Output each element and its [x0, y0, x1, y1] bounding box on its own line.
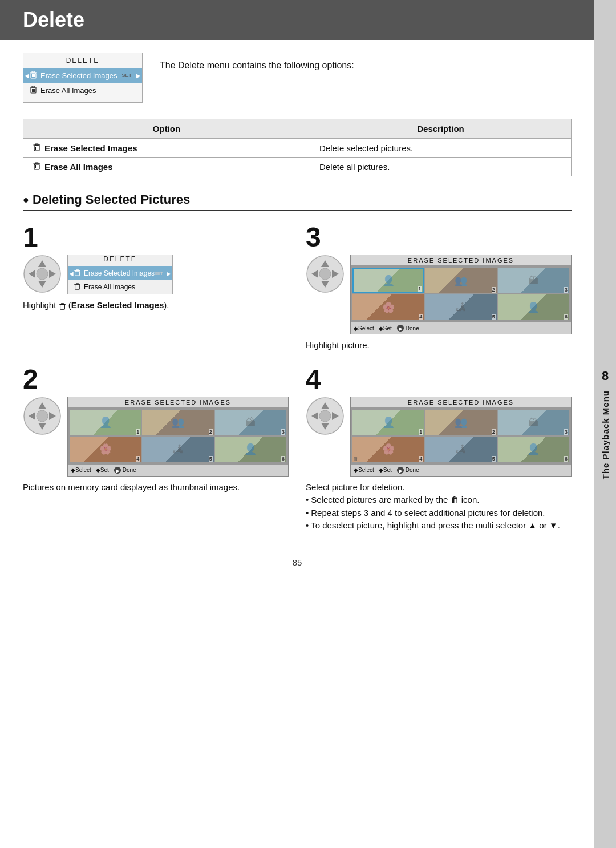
- svg-rect-30: [75, 271, 80, 276]
- thumb-3: 🏔 3: [498, 268, 569, 293]
- step-3-content: ERASE SELECTED IMAGES 👤 1 👥 2 🏔 3: [306, 255, 572, 334]
- step-number-1: 1: [23, 224, 289, 251]
- step-number-2: 2: [23, 366, 289, 393]
- svg-rect-8: [32, 86, 35, 87]
- thumb-s4-4: 🌸 🗑 4: [352, 437, 424, 462]
- col-option-header: Option: [23, 119, 310, 139]
- thumb-s4-6: 👤 6: [498, 437, 569, 462]
- screen-footer-step2: ◆Select ◆Set ▶ Done: [68, 464, 288, 476]
- screen-footer-step3: ◆Select ◆Set ▶ Done: [351, 322, 571, 334]
- svg-rect-32: [76, 270, 78, 271]
- table-row: Erase Selected Images Delete selected pi…: [23, 139, 572, 158]
- menu-item-erase-all: Erase All Images: [23, 83, 142, 98]
- table-cell-desc-2: Delete all pictures.: [310, 158, 571, 176]
- step-2-content: ERASE SELECTED IMAGES 👤 1 👥 2 🏔 3: [23, 397, 289, 477]
- erase-screen-step4: ERASE SELECTED IMAGES 👤 1 👥 2 🏔 3: [350, 397, 572, 477]
- svg-point-60: [319, 410, 331, 422]
- step-4-content: ERASE SELECTED IMAGES 👤 1 👥 2 🏔 3: [306, 397, 572, 477]
- chapter-number: 8: [602, 369, 609, 383]
- bullet-2: Repeat steps 3 and 4 to select additiona…: [306, 507, 572, 520]
- dpad-2: [23, 397, 62, 435]
- option-label-1: Erase Selected Images: [44, 143, 137, 153]
- side-tab: 8 The Playback Menu: [594, 0, 616, 848]
- step-2-caption: Pictures on memory card displayed as thu…: [23, 481, 289, 494]
- trash-icon-step1b: [74, 282, 81, 292]
- thumb-2: 👥 2: [425, 268, 496, 293]
- thumb-5: 🏞 5: [425, 294, 496, 320]
- thumb-s4-1: 👤 1: [352, 410, 424, 435]
- screen-title-step3: ERASE SELECTED IMAGES: [351, 255, 571, 266]
- svg-text:▶: ▶: [115, 467, 119, 473]
- thumb-s2-2: 👥 2: [142, 410, 213, 435]
- svg-text:▶: ▶: [398, 326, 402, 332]
- footer-done-3: ▶ Done: [396, 324, 419, 332]
- step-3: 3 ERASE SELECTED IMAGES: [306, 224, 572, 352]
- thumb-s2-3: 🏔 3: [215, 410, 286, 435]
- footer-done-2: ▶ Done: [114, 466, 136, 474]
- set-label-step1: SET: [154, 271, 163, 276]
- screen-footer-step4: ◆Select ◆Set ▶ Done: [351, 464, 571, 476]
- delete-menu-step1: DELETE Erase Selected Images SET Erase A…: [67, 255, 173, 294]
- steps-grid: 1: [23, 224, 572, 546]
- section-heading: Deleting Selected Pictures: [23, 192, 572, 211]
- menu-item-step1-selected: Erase Selected Images SET: [68, 266, 172, 280]
- step-1: 1: [23, 224, 289, 352]
- svg-rect-35: [76, 284, 78, 285]
- thumb-s4-2: 👥 2: [425, 410, 496, 435]
- delete-menu-illustration: DELETE Erase Selected Images SET Erase A…: [23, 53, 143, 103]
- menu-label-erase-selected: Erase Selected Images: [40, 71, 117, 80]
- footer-done-4: ▶ Done: [396, 466, 419, 474]
- step-2: 2 ERASE SELECTED IMAGES: [23, 366, 289, 532]
- bullet-1: Selected pictures are marked by the 🗑 ic…: [306, 494, 572, 507]
- thumb-6: 👤 6: [498, 294, 569, 320]
- menu-title-step1: DELETE: [68, 255, 172, 263]
- footer-select-4: ◆Select: [354, 467, 374, 473]
- title-bar: Delete: [0, 0, 594, 40]
- thumb-s2-4: 🌸 4: [70, 437, 141, 462]
- svg-rect-36: [60, 305, 64, 309]
- erase-screen-step3: ERASE SELECTED IMAGES 👤 1 👥 2 🏔 3: [350, 255, 572, 334]
- step-4-main-caption: Select picture for deletion.: [306, 482, 404, 492]
- table-cell-option-2: Erase All Images: [23, 158, 310, 176]
- top-section: DELETE Erase Selected Images SET Erase A…: [23, 53, 572, 103]
- table-cell-option-1: Erase Selected Images: [23, 139, 310, 158]
- svg-point-44: [319, 268, 331, 280]
- thumb-4: 🌸 4: [352, 294, 424, 320]
- description-text: The Delete menu contains the following o…: [160, 53, 572, 73]
- table-cell-desc-1: Delete selected pictures.: [310, 139, 571, 158]
- dpad-3: [306, 255, 345, 293]
- thumb-1: 👤 1: [352, 268, 424, 293]
- dpad-1: [23, 255, 62, 293]
- menu-box-title: DELETE: [23, 56, 142, 64]
- menu-label-erase-all: Erase All Images: [40, 86, 96, 95]
- trash-icon-1: [29, 70, 38, 80]
- svg-rect-2: [32, 71, 35, 72]
- footer-set-2: ◆Set: [96, 467, 109, 473]
- thumb-s2-5: 🏞 5: [142, 437, 213, 462]
- thumb-s4-3: 🏔 3: [498, 410, 569, 435]
- step-number-4: 4: [306, 366, 572, 393]
- step-4-caption: Select picture for deletion. Selected pi…: [306, 481, 572, 532]
- svg-point-52: [37, 410, 48, 422]
- dpad-4: [306, 397, 345, 435]
- svg-rect-38: [61, 303, 63, 304]
- step-1-caption: Highlight (Erase Selected Images).: [23, 299, 289, 312]
- step-4-bullet-list: Selected pictures are marked by the 🗑 ic…: [306, 494, 572, 532]
- option-label-2: Erase All Images: [44, 162, 113, 172]
- erase-screen-step2: ERASE SELECTED IMAGES 👤 1 👥 2 🏔 3: [67, 397, 289, 477]
- menu-text-step1b: Erase All Images: [84, 283, 135, 291]
- step-1-content: DELETE Erase Selected Images SET Erase A…: [23, 255, 289, 294]
- step-number-3: 3: [306, 224, 572, 251]
- col-desc-header: Description: [310, 119, 571, 139]
- footer-select-3: ◆Select: [354, 325, 374, 332]
- trash-icon-row1: [33, 143, 41, 153]
- thumb-grid-step2: 👤 1 👥 2 🏔 3 🌸 4: [68, 408, 288, 464]
- bullet-3: To deselect picture, highlight and press…: [306, 519, 572, 532]
- svg-point-29: [37, 268, 48, 280]
- main-content: Delete DELETE Erase Selected Images SET …: [0, 0, 594, 848]
- page-number: 85: [23, 558, 572, 567]
- thumb-grid-step4: 👤 1 👥 2 🏔 3 🌸 🗑: [351, 408, 571, 464]
- option-table: Option Description Erase Selected Images…: [23, 119, 572, 176]
- svg-rect-33: [75, 285, 80, 289]
- menu-text-step1a: Erase Selected Images: [84, 269, 155, 277]
